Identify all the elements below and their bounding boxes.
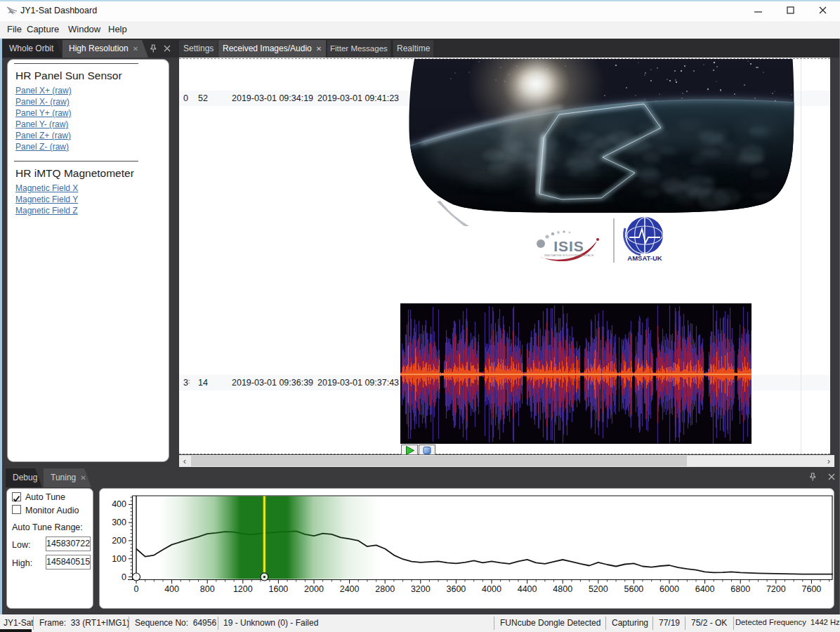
svg-text:2400: 2400 [340,584,360,594]
svg-text:7200: 7200 [766,584,786,594]
svg-text:ISIS: ISIS [553,238,584,254]
svg-text:6800: 6800 [730,584,750,594]
svg-text:1200: 1200 [233,584,253,594]
svg-text:5600: 5600 [624,584,643,594]
svg-text:4000: 4000 [482,584,501,594]
svg-text:0: 0 [122,572,126,582]
svg-text:400: 400 [164,584,179,594]
svg-text:100: 100 [112,554,126,564]
svg-text:5200: 5200 [589,584,608,594]
svg-text:7600: 7600 [801,584,821,594]
svg-text:3600: 3600 [446,584,466,594]
svg-text:6000: 6000 [659,584,679,594]
svg-text:AMSAT-UK: AMSAT-UK [627,254,662,262]
svg-text:1600: 1600 [268,584,288,594]
svg-text:2800: 2800 [375,584,395,594]
svg-text:3200: 3200 [411,584,431,594]
svg-text:4400: 4400 [518,584,537,594]
svg-text:6400: 6400 [695,584,715,594]
svg-text:300: 300 [112,518,126,527]
svg-text:400: 400 [112,499,126,509]
svg-text:2000: 2000 [304,584,324,594]
svg-text:4800: 4800 [553,584,572,594]
svg-text:800: 800 [200,584,215,594]
svg-text:0: 0 [134,584,139,594]
svg-text:INNOVATIVE SOLUTIONS IN SPACE: INNOVATIVE SOLUTIONS IN SPACE [544,254,594,257]
svg-text:200: 200 [112,536,126,546]
